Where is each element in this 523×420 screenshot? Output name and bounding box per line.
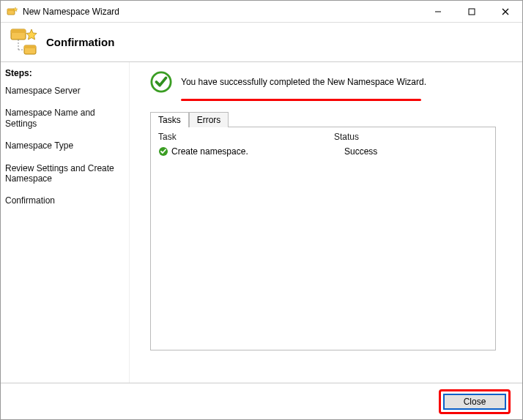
task-status-cell: Success [344,146,488,157]
maximize-button[interactable] [455,1,489,22]
success-message-row: You have successfully completed the New … [150,71,512,93]
step-review-create[interactable]: Review Settings and Create Namespace [4,160,125,187]
steps-sidebar: Steps: Namespace Server Namespace Name a… [1,62,130,383]
task-name-cell: Create namespace. [171,146,344,157]
step-namespace-name-settings[interactable]: Namespace Name and Settings [4,105,125,132]
tab-tasks[interactable]: Tasks [150,112,189,127]
tasks-header-row: Task Status [151,127,495,145]
window-title: New Namespace Wizard [23,7,119,17]
annotation-underline [181,99,421,101]
close-window-button[interactable] [489,1,522,22]
close-button[interactable]: Close [443,394,506,410]
task-success-icon [158,146,168,157]
step-confirmation[interactable]: Confirmation [4,192,125,209]
success-message-text: You have successfully completed the New … [181,77,426,87]
wizard-app-icon [7,6,18,18]
task-row[interactable]: Create namespace. Success [151,145,495,158]
steps-heading: Steps: [5,68,123,78]
titlebar: New Namespace Wizard [1,1,522,23]
minimize-button[interactable] [421,1,455,22]
result-tabs: Tasks Errors [150,111,512,127]
step-namespace-server[interactable]: Namespace Server [4,83,125,99]
success-check-icon [150,71,172,93]
tasks-panel: Task Status Create namespace. Success [150,127,496,350]
window-controls [421,1,522,22]
step-namespace-type[interactable]: Namespace Type [4,138,125,154]
page-title: Confirmation [46,36,114,48]
wizard-body: Steps: Namespace Server Namespace Name a… [1,62,522,383]
wizard-header: Confirmation [1,23,522,62]
column-header-task[interactable]: Task [158,132,334,142]
main-panel: You have successfully completed the New … [130,62,522,383]
tab-errors[interactable]: Errors [189,112,229,127]
column-header-status[interactable]: Status [334,132,488,142]
wizard-footer: Close [1,383,522,419]
annotation-close-highlight: Close [439,389,511,414]
svg-rect-3 [469,9,475,15]
wizard-header-icon [10,28,39,57]
svg-rect-11 [24,45,36,48]
svg-rect-7 [11,29,26,33]
